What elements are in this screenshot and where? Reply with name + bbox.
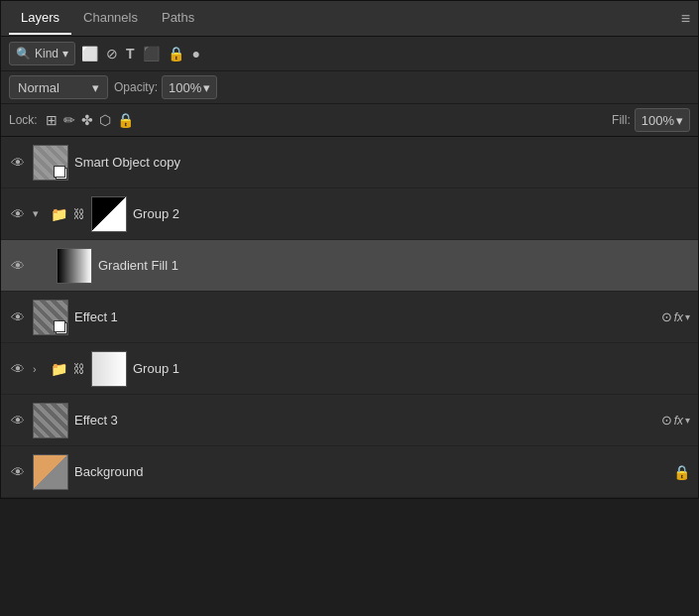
fill-filter-icon[interactable]: ● bbox=[192, 46, 200, 62]
filter-icons: ⬜ ⊘ T ⬛ 🔒 ● bbox=[81, 46, 200, 62]
layer-row[interactable]: 👁 Effect 1 ⊙ fx ▾ bbox=[1, 292, 698, 343]
lock-artboard-icon[interactable]: ⬡ bbox=[99, 112, 111, 128]
layer-row[interactable]: 👁 › 📁 ⛓ Group 1 bbox=[1, 343, 698, 395]
lock-move-icon[interactable]: ✤ bbox=[81, 112, 93, 128]
adjustment-filter-icon[interactable]: ⊘ bbox=[106, 46, 118, 62]
layer-thumbnail bbox=[33, 145, 68, 181]
kind-label: Kind bbox=[35, 47, 58, 61]
layer-thumbnail bbox=[33, 403, 68, 438]
fx-chevron-icon[interactable]: ▾ bbox=[685, 415, 690, 426]
layer-name: Group 2 bbox=[133, 206, 690, 221]
panel-menu-icon[interactable]: ≡ bbox=[681, 10, 690, 28]
effect-visibility-icon[interactable]: ⊙ bbox=[661, 309, 672, 324]
expand-icon[interactable]: ▾ bbox=[33, 207, 45, 220]
fx-badge: ⊙ fx ▾ bbox=[661, 309, 690, 324]
expand-icon[interactable]: › bbox=[33, 363, 45, 375]
panel: Layers Channels Paths ≡ 🔍 Kind ▾ ⬜ ⊘ T ⬛… bbox=[0, 0, 699, 499]
visibility-icon[interactable]: 👁 bbox=[9, 464, 27, 480]
blend-chevron-icon: ▾ bbox=[92, 80, 99, 95]
layer-thumbnail bbox=[57, 248, 92, 284]
layer-name: Group 1 bbox=[133, 361, 690, 376]
tab-paths[interactable]: Paths bbox=[150, 2, 206, 35]
layer-name: Effect 3 bbox=[74, 413, 655, 428]
layer-thumbnail bbox=[91, 196, 127, 232]
blend-mode-label: Normal bbox=[18, 80, 59, 95]
type-filter-icon[interactable]: T bbox=[126, 46, 135, 62]
link-icon: ⛓ bbox=[73, 207, 85, 221]
layer-row[interactable]: 👁 Gradient Fill 1 bbox=[1, 240, 698, 292]
fill-group: Fill: 100% ▾ bbox=[612, 108, 690, 132]
layer-row[interactable]: 👁 Effect 3 ⊙ fx ▾ bbox=[1, 395, 698, 446]
layer-name: Gradient Fill 1 bbox=[98, 258, 690, 273]
smart-filter-icon[interactable]: 🔒 bbox=[168, 46, 184, 62]
visibility-icon[interactable]: 👁 bbox=[9, 155, 27, 171]
opacity-input[interactable]: 100% ▾ bbox=[162, 75, 217, 99]
layer-row[interactable]: 👁 Background 🔒 bbox=[1, 446, 698, 498]
fill-input[interactable]: 100% ▾ bbox=[635, 108, 690, 132]
pixel-filter-icon[interactable]: ⬜ bbox=[81, 46, 98, 62]
fx-chevron-icon[interactable]: ▾ bbox=[685, 311, 690, 322]
search-icon: 🔍 bbox=[16, 47, 31, 61]
toolbar-row2: Normal ▾ Opacity: 100% ▾ bbox=[1, 71, 698, 104]
lock-icons: ⊞ ✏ ✤ ⬡ 🔒 bbox=[46, 112, 134, 128]
kind-dropdown[interactable]: 🔍 Kind ▾ bbox=[9, 42, 75, 65]
layer-row[interactable]: 👁 Smart Object copy bbox=[1, 137, 698, 188]
opacity-label: Opacity: bbox=[114, 80, 158, 94]
visibility-icon[interactable]: 👁 bbox=[9, 309, 27, 325]
folder-icon: 📁 bbox=[51, 361, 67, 377]
lock-transparent-icon[interactable]: ⊞ bbox=[46, 112, 58, 128]
opacity-value: 100% bbox=[169, 80, 201, 95]
lock-all-icon[interactable]: 🔒 bbox=[117, 112, 134, 128]
layer-thumbnail bbox=[33, 300, 68, 335]
tab-layers[interactable]: Layers bbox=[9, 2, 71, 35]
link-icon: ⛓ bbox=[73, 362, 85, 376]
layer-thumbnail bbox=[33, 454, 68, 490]
shape-filter-icon[interactable]: ⬛ bbox=[143, 46, 160, 62]
layer-list: 👁 Smart Object copy 👁 ▾ 📁 ⛓ Group 2 👁 Gr… bbox=[1, 137, 698, 498]
toolbar-row1: 🔍 Kind ▾ ⬜ ⊘ T ⬛ 🔒 ● bbox=[1, 37, 698, 71]
toolbar-row3: Lock: ⊞ ✏ ✤ ⬡ 🔒 Fill: 100% ▾ bbox=[1, 104, 698, 137]
lock-paint-icon[interactable]: ✏ bbox=[63, 112, 75, 128]
opacity-group: Opacity: 100% ▾ bbox=[114, 75, 217, 99]
visibility-icon[interactable]: 👁 bbox=[9, 361, 27, 377]
tab-channels[interactable]: Channels bbox=[71, 2, 150, 35]
visibility-icon[interactable]: 👁 bbox=[9, 206, 27, 222]
effect-visibility-icon[interactable]: ⊙ bbox=[661, 413, 672, 428]
fill-chevron-icon: ▾ bbox=[676, 113, 683, 128]
visibility-icon[interactable]: 👁 bbox=[9, 258, 27, 274]
lock-label: Lock: bbox=[9, 113, 38, 127]
layer-name: Smart Object copy bbox=[74, 155, 690, 170]
layer-row[interactable]: 👁 ▾ 📁 ⛓ Group 2 bbox=[1, 188, 698, 240]
folder-icon: 📁 bbox=[51, 206, 67, 222]
lock-badge: 🔒 bbox=[673, 464, 690, 480]
blend-mode-dropdown[interactable]: Normal ▾ bbox=[9, 75, 108, 99]
opacity-chevron-icon: ▾ bbox=[203, 80, 210, 95]
fill-label: Fill: bbox=[612, 113, 631, 127]
kind-chevron-icon: ▾ bbox=[62, 47, 68, 61]
fx-label: fx bbox=[674, 310, 683, 324]
fx-badge: ⊙ fx ▾ bbox=[661, 413, 690, 428]
layer-name: Effect 1 bbox=[74, 309, 655, 324]
layer-name: Background bbox=[74, 464, 667, 479]
tab-bar: Layers Channels Paths ≡ bbox=[1, 1, 698, 37]
fx-label: fx bbox=[674, 414, 683, 428]
visibility-icon[interactable]: 👁 bbox=[9, 413, 27, 429]
layer-thumbnail bbox=[91, 351, 127, 387]
fill-value: 100% bbox=[641, 113, 674, 128]
